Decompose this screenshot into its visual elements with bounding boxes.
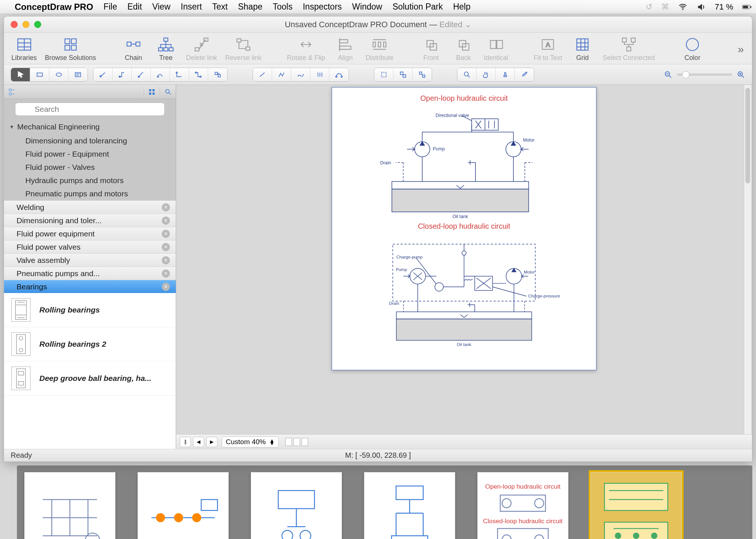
menu-file[interactable]: File [103, 2, 117, 12]
menu-solution-park[interactable]: Solution Park [392, 2, 443, 12]
tree-category[interactable]: Mechanical Engineering [4, 119, 176, 134]
gallery-thumb-6[interactable] [591, 472, 682, 539]
group-tool[interactable] [393, 68, 413, 81]
pan-tool[interactable] [477, 68, 496, 81]
page-prev-button[interactable]: ◀ [193, 437, 204, 447]
connector-tool-7[interactable] [208, 68, 227, 81]
tree-item[interactable]: Pneumatic pumps and motors [4, 187, 176, 200]
menu-view[interactable]: View [152, 2, 170, 12]
menu-inspectors[interactable]: Inspectors [303, 2, 342, 12]
connector-tool-6[interactable] [189, 68, 208, 81]
tree-item[interactable]: Dimensioning and tolerancing [4, 134, 176, 147]
tree-button[interactable]: Tree [151, 36, 180, 63]
connector-tool-4[interactable] [151, 68, 170, 81]
vertical-scrollbar[interactable] [744, 85, 751, 434]
page-layout-1[interactable] [285, 438, 292, 446]
eyedropper-tool[interactable] [515, 68, 534, 81]
pointer-tool[interactable] [11, 68, 30, 81]
chain-button[interactable]: Chain [119, 36, 148, 63]
menu-tools[interactable]: Tools [273, 2, 293, 12]
ungroup-tool[interactable] [413, 68, 432, 81]
history-icon[interactable]: ↺ [646, 2, 652, 12]
library-fp-equipment[interactable]: Fluid power equipment× [4, 227, 176, 240]
menu-insert[interactable]: Insert [181, 2, 202, 12]
gallery-thumb-5[interactable]: Open-loop hudraulic circuitClosed-loop h… [477, 472, 568, 539]
browse-solutions-button[interactable]: Browse Solutions [43, 36, 98, 63]
stencil-item[interactable]: Rolling bearings 2 [4, 327, 176, 361]
rectangle-tool[interactable] [30, 68, 49, 81]
rotate-flip-button[interactable]: Rotate & Flip [285, 36, 327, 63]
drawing-page[interactable]: Open-loop hudraulic circuit Oil tank Pum… [332, 87, 596, 370]
app-name[interactable]: ConceptDraw PRO [15, 2, 93, 12]
page-pause-button[interactable]: ∥ [180, 437, 191, 447]
ellipse-tool[interactable] [49, 68, 68, 81]
curve-tool[interactable] [291, 68, 310, 81]
gallery-thumb-4[interactable] [364, 472, 455, 539]
stencil-item[interactable]: Deep groove ball bearing, ha... [4, 361, 176, 396]
menu-help[interactable]: Help [453, 2, 470, 12]
close-icon[interactable]: × [162, 256, 170, 264]
library-welding[interactable]: Welding× [4, 200, 176, 214]
libraries-button[interactable]: Libraries [9, 36, 39, 63]
select-connected-button[interactable]: Select Connected [600, 36, 657, 63]
connector-tool-3[interactable] [132, 68, 151, 81]
identical-button[interactable]: Identical [481, 36, 510, 63]
crop-tool[interactable] [374, 68, 393, 81]
gallery-thumb-2[interactable] [138, 472, 229, 539]
library-valve-assembly[interactable]: Valve assembly× [4, 253, 176, 267]
tree-item[interactable]: Fluid power - Equipment [4, 147, 176, 161]
stamp-tool[interactable] [496, 68, 515, 81]
library-fp-valves[interactable]: Fluid power valves× [4, 240, 176, 253]
tree-item[interactable]: Hydraulic pumps and motors [4, 174, 176, 187]
library-pneumatic[interactable]: Pneumatic pumps and...× [4, 267, 176, 280]
reverse-link-button[interactable]: Reverse link [223, 36, 264, 63]
page-layout-3[interactable] [302, 438, 308, 446]
spline-tool[interactable] [310, 68, 329, 81]
distribute-button[interactable]: Distribute [363, 36, 396, 63]
menu-edit[interactable]: Edit [127, 2, 142, 12]
zoom-slider[interactable] [664, 70, 745, 79]
page-next-button[interactable]: ▶ [206, 437, 217, 447]
zoom-track[interactable] [677, 74, 732, 76]
toolbar-overflow-button[interactable]: » [738, 43, 747, 56]
connector-tool-2[interactable] [113, 68, 132, 81]
grid-button[interactable]: Grid [568, 36, 597, 63]
zoom-out-icon[interactable] [664, 70, 673, 79]
menu-window[interactable]: Window [352, 2, 382, 12]
zoom-in-icon[interactable] [737, 70, 745, 79]
search-toggle-icon[interactable] [160, 86, 176, 97]
menu-shape[interactable]: Shape [238, 2, 263, 12]
battery-icon[interactable] [742, 2, 752, 12]
close-icon[interactable]: × [162, 230, 170, 238]
gallery-thumb-3[interactable] [251, 472, 342, 539]
close-icon[interactable]: × [162, 217, 170, 225]
zoom-combo[interactable]: Custom 40% ▲▼ [222, 436, 279, 447]
grid-view-icon[interactable] [143, 86, 160, 97]
menu-text[interactable]: Text [212, 2, 228, 12]
library-bearings[interactable]: Bearings× [4, 280, 176, 293]
text-tool[interactable] [68, 68, 88, 81]
front-button[interactable]: Front [417, 36, 445, 63]
bezier-tool[interactable] [329, 68, 349, 81]
library-dimensioning[interactable]: Dimensioning and toler...× [4, 214, 176, 227]
bluetooth-icon[interactable]: ⌘ [661, 2, 669, 12]
polyline-tool[interactable] [272, 68, 291, 81]
zoom-tool[interactable] [457, 68, 477, 81]
tree-item[interactable]: Fluid power - Valves [4, 161, 176, 174]
close-icon[interactable]: × [162, 270, 170, 278]
stepper-icon[interactable]: ▲▼ [270, 439, 275, 445]
page-layout-2[interactable] [293, 438, 300, 446]
canvas-viewport[interactable]: Open-loop hudraulic circuit Oil tank Pum… [176, 85, 752, 434]
gallery-thumb-1[interactable] [24, 472, 115, 539]
document-title[interactable]: Unsaved ConceptDraw PRO Document — Edite… [4, 20, 752, 29]
close-icon[interactable]: × [162, 203, 170, 211]
library-search-input[interactable] [15, 103, 165, 116]
align-button[interactable]: Align [331, 36, 360, 63]
volume-icon[interactable] [696, 2, 706, 12]
close-icon[interactable]: × [162, 283, 170, 291]
connector-tool-1[interactable] [93, 68, 113, 81]
wifi-icon[interactable] [678, 2, 688, 12]
fit-to-text-button[interactable]: AFit to Text [531, 36, 564, 63]
chevron-down-icon[interactable]: ⌄ [465, 20, 471, 29]
zoom-thumb[interactable] [682, 71, 689, 78]
